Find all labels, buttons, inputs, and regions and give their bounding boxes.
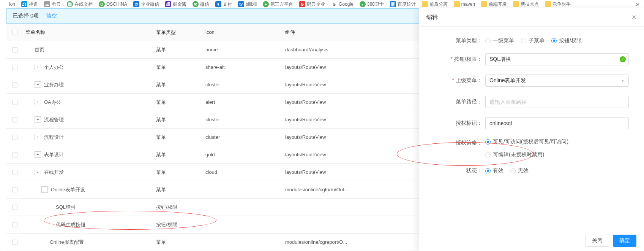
radio-policy-editable[interactable]: 可编辑(未授权时禁用)	[485, 151, 544, 158]
bookmark-item[interactable]: 前后分离	[422, 1, 448, 8]
expand-icon[interactable]: +	[35, 81, 41, 88]
col-header-icon: icon	[205, 29, 285, 35]
btn-perm-input[interactable]	[485, 53, 629, 65]
radio-status-valid[interactable]: 有效	[485, 167, 504, 174]
bookmark-label: 码云企业	[307, 1, 325, 8]
row-checkbox[interactable]	[12, 222, 17, 227]
menu-path-input[interactable]	[485, 96, 629, 108]
bookmark-item[interactable]: 掘掘金酱	[165, 1, 186, 8]
bookmark-item[interactable]: ✉微信	[193, 1, 209, 8]
ok-button[interactable]: 确定	[613, 235, 636, 247]
bookmark-label: 百度统计	[398, 1, 416, 8]
bookmark-icon: tv	[238, 1, 244, 7]
row-checkbox[interactable]	[12, 205, 17, 210]
menu-name: Online报表配置	[50, 239, 84, 246]
radio-status-invalid[interactable]: 无效	[510, 167, 529, 174]
bookmark-item[interactable]: maven	[454, 1, 475, 7]
menu-name: 流程管理	[44, 116, 64, 123]
bookmark-item[interactable]: 📊百度统计	[390, 1, 416, 8]
bookmark-label: 新技术点	[521, 1, 539, 8]
auth-code-input[interactable]	[485, 117, 629, 129]
row-checkbox[interactable]	[12, 82, 17, 87]
icon-cell: cluster	[205, 134, 285, 140]
row-checkbox[interactable]	[12, 100, 17, 105]
label-auth-policy: 授权策略：	[419, 138, 485, 146]
drawer-header: 编辑 ✕	[419, 8, 644, 27]
radio-button-perm[interactable]: 按钮/权限	[551, 37, 582, 44]
drawer-body: 菜单类型： 一级菜单 子菜单 按钮/权限 *按钮/权限： ✓ *上级菜单：	[419, 27, 644, 230]
row-checkbox[interactable]	[12, 65, 17, 70]
collapse-icon[interactable]: -	[41, 186, 48, 193]
label-auth-code: 授权标识：	[419, 120, 485, 127]
bookmark-item[interactable]: ¥支付	[215, 1, 232, 8]
row-checkbox[interactable]	[12, 135, 17, 140]
close-icon[interactable]: ✕	[631, 14, 636, 21]
bookmark-label: 360卫士	[367, 1, 384, 8]
expand-icon[interactable]: +	[35, 134, 41, 140]
expand-icon[interactable]: +	[35, 151, 41, 158]
bookmark-item[interactable]: ZT禅道	[21, 1, 38, 8]
clear-selection-link[interactable]: 清空	[46, 13, 57, 19]
label-btn-perm: *按钮/权限：	[419, 56, 485, 63]
bookmark-icon: ¥	[215, 1, 221, 7]
expand-icon[interactable]: +	[35, 99, 41, 105]
icon-cell: home	[205, 47, 285, 52]
row-checkbox[interactable]	[12, 47, 17, 52]
bookmark-label: 前端开发	[489, 1, 507, 8]
bookmark-icon	[513, 1, 519, 7]
icon-cell: cloud	[205, 169, 285, 175]
bookmark-label: 第三方平台	[270, 1, 293, 8]
bookmark-icon: O	[99, 1, 105, 7]
row-checkbox[interactable]	[12, 152, 17, 157]
bookmark-item[interactable]: ✆企业微信	[133, 1, 159, 8]
row-checkbox[interactable]	[12, 240, 17, 245]
bookmark-icon: ✉	[193, 1, 199, 7]
bookmark-icon: 📊	[390, 1, 396, 7]
bookmark-label: bilibili	[246, 2, 257, 7]
bookmark-item[interactable]: ✦第三方平台	[263, 1, 293, 8]
expand-icon[interactable]: +	[35, 64, 41, 70]
drawer-title: 编辑	[426, 14, 438, 21]
bookmark-item[interactable]: 前端开发	[481, 1, 507, 8]
parent-menu-select[interactable]: Online表单开发 ▼	[485, 75, 629, 87]
bookmark-icon: G	[331, 1, 337, 7]
bookmark-item[interactable]: 竞争对手	[545, 1, 571, 8]
bookmark-item[interactable]: ☁看云	[44, 1, 61, 8]
bookmark-label: 前后分离	[429, 1, 448, 8]
bookmarks-bar: ionZT禅道☁看云📄在线文档OOSCHINA✆企业微信掘掘金酱✉微信¥支付tv…	[0, 0, 644, 8]
radio-top-menu[interactable]: 一级菜单	[485, 37, 514, 44]
bookmark-item[interactable]: 新技术点	[513, 1, 539, 8]
close-button[interactable]: 关闭	[586, 235, 609, 247]
menu-name: 表单设计	[44, 151, 64, 158]
row-checkbox[interactable]	[12, 187, 17, 192]
label-status: 状态：	[419, 167, 485, 174]
row-checkbox[interactable]	[12, 117, 17, 122]
bookmark-label: 禅道	[29, 1, 38, 8]
label-parent: *上级菜单：	[419, 77, 485, 84]
bookmark-item[interactable]: tvbilibili	[238, 1, 257, 7]
bookmark-item[interactable]: G码云企业	[299, 1, 325, 8]
icon-cell: share-alt	[205, 64, 285, 70]
bookmark-label: 掘金酱	[173, 1, 186, 8]
collapse-icon[interactable]: -	[35, 169, 41, 175]
bookmark-item[interactable]: ●360卫士	[360, 1, 384, 8]
bookmark-item[interactable]: ion	[2, 1, 15, 7]
bookmark-icon: 📄	[67, 1, 73, 7]
bookmark-item[interactable]: GGoogle	[331, 1, 354, 7]
bookmark-icon: ●	[360, 1, 366, 7]
select-all-checkbox[interactable]	[12, 30, 17, 35]
bookmark-item[interactable]: 📄在线文档	[67, 1, 93, 8]
row-checkbox[interactable]	[12, 170, 17, 175]
menu-name: 流程设计	[44, 134, 64, 141]
bookmark-icon: G	[299, 1, 305, 7]
bookmark-label: 支付	[223, 1, 232, 8]
menu-type-cell: 按钮/权限	[156, 204, 205, 211]
expand-icon[interactable]: +	[35, 116, 41, 123]
radio-sub-menu[interactable]: 子菜单	[521, 37, 545, 44]
radio-policy-visible[interactable]: 可见/可访问(授权后可见/可访问)	[485, 138, 568, 145]
bookmarks-overflow-icon[interactable]: »	[633, 1, 642, 8]
col-header-name: 菜单名称	[23, 29, 156, 36]
bookmark-item[interactable]: OOSCHINA	[99, 1, 127, 7]
icon-cell: gold	[205, 152, 285, 157]
menu-type-cell: 菜单	[156, 239, 205, 246]
